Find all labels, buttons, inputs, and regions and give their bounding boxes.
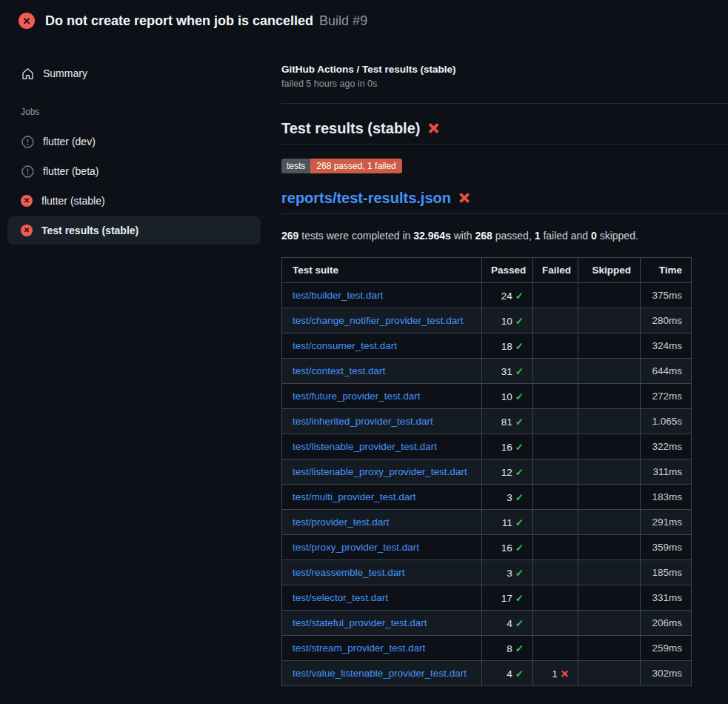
failed-x-icon: ✕ [458, 190, 470, 207]
failed-cell [533, 359, 578, 384]
time-cell: 331ms [641, 585, 692, 611]
main-content: GitHub Actions / Test results (stable) f… [281, 41, 728, 686]
table-row: test/value_listenable_provider_test.dart… [282, 661, 692, 686]
time-cell: 322ms [641, 434, 692, 459]
check-icon: ✓ [515, 542, 524, 554]
time-cell: 311ms [641, 459, 692, 485]
cancelled-icon [21, 165, 34, 178]
failed-cell [533, 384, 578, 409]
failed-cell [533, 434, 578, 459]
skipped-count: 0 [591, 230, 597, 242]
suite-link[interactable]: test/consumer_test.dart [293, 340, 397, 351]
skipped-cell [578, 333, 641, 359]
time-cell: 302ms [641, 661, 692, 686]
table-row: test/stream_provider_test.dart 8✓ 259ms [282, 636, 692, 661]
failed-icon: ✕ [21, 195, 33, 207]
passed-cell: 10✓ [482, 308, 533, 333]
table-row: test/reassemble_test.dart 3✓ 185ms [282, 560, 692, 585]
run-title: Do not create report when job is cancell… [45, 13, 313, 29]
duration: 32.964s [413, 230, 451, 242]
report-file-link[interactable]: reports/test-results.json [281, 190, 451, 207]
passed-cell: 3✓ [482, 560, 533, 585]
jobs-section-label: Jobs [21, 107, 281, 117]
check-breadcrumb: GitHub Actions / Test results (stable) [281, 64, 728, 75]
sidebar: Summary Jobs flutter (dev) flut [0, 41, 281, 246]
col-header-skipped: Skipped [578, 258, 641, 283]
table-row: test/stateful_provider_test.dart 4✓ 206m… [282, 611, 692, 636]
failed-icon: ✕ [21, 225, 33, 236]
suite-link[interactable]: test/context_test.dart [293, 365, 385, 376]
suite-link[interactable]: test/future_provider_test.dart [293, 391, 421, 402]
skipped-cell [578, 611, 641, 636]
failed-cell [533, 409, 578, 434]
passed-count: 268 [475, 230, 492, 242]
passed-cell: 18✓ [482, 333, 533, 359]
table-row: test/listenable_provider_test.dart 16✓ 3… [282, 434, 692, 459]
suite-link[interactable]: test/provider_test.dart [293, 517, 390, 528]
failed-cell [533, 560, 578, 585]
section-title-text: Test results (stable) [281, 120, 420, 137]
suite-link[interactable]: test/multi_provider_test.dart [293, 491, 416, 502]
table-row: test/proxy_provider_test.dart 16✓ 359ms [282, 535, 692, 560]
passed-cell: 24✓ [482, 283, 533, 308]
check-icon: ✓ [515, 517, 524, 528]
failed-cell [533, 283, 578, 308]
suite-link[interactable]: test/builder_test.dart [293, 290, 383, 301]
passed-cell: 8✓ [482, 636, 533, 661]
section-title: Test results (stable) ✕ [281, 120, 728, 145]
col-header-test-suite: Test suite [282, 258, 482, 283]
home-icon [21, 67, 34, 80]
skipped-cell [578, 485, 641, 510]
time-cell: 359ms [641, 535, 692, 560]
check-icon: ✓ [515, 290, 524, 302]
time-cell: 1.065s [641, 409, 692, 434]
passed-cell: 3✓ [482, 485, 533, 510]
run-failed-icon: ✕ [19, 13, 35, 29]
suite-link[interactable]: test/listenable_proxy_provider_test.dart [293, 466, 467, 477]
suite-link[interactable]: test/value_listenable_provider_test.dart [293, 668, 467, 679]
skipped-cell [578, 459, 641, 485]
passed-cell: 81✓ [482, 409, 533, 434]
sidebar-item-label: Summary [43, 67, 87, 79]
sidebar-item-summary[interactable]: Summary [7, 59, 261, 87]
passed-cell: 10✓ [482, 384, 533, 409]
check-icon: ✓ [515, 568, 524, 579]
suite-link[interactable]: test/listenable_provider_test.dart [293, 441, 437, 452]
sidebar-item-flutter-dev[interactable]: flutter (dev) [7, 127, 261, 156]
sidebar-item-label: Test results (stable) [41, 225, 138, 236]
skipped-cell [578, 283, 641, 308]
suite-link[interactable]: test/inherited_provider_test.dart [293, 416, 433, 427]
sidebar-item-test-results-stable[interactable]: ✕ Test results (stable) [7, 216, 261, 245]
skipped-cell [578, 409, 641, 434]
check-icon: ✓ [515, 316, 524, 327]
suite-link[interactable]: test/change_notifier_provider_test.dart [293, 315, 463, 326]
suite-link[interactable]: test/proxy_provider_test.dart [293, 542, 419, 553]
check-status-line: failed 5 hours ago in 0s [281, 79, 728, 89]
divider [281, 103, 728, 104]
table-row: test/provider_test.dart 11✓ 291ms [282, 510, 692, 535]
cancelled-icon [21, 135, 34, 148]
report-title: reports/test-results.json ✕ [281, 190, 728, 214]
suite-link[interactable]: test/stream_provider_test.dart [293, 642, 425, 654]
table-header-row: Test suite Passed Failed Skipped Time [282, 258, 692, 283]
skipped-cell [578, 384, 641, 409]
time-cell: 324ms [641, 333, 692, 359]
failed-cell: 1✕ [533, 661, 578, 686]
time-cell: 185ms [641, 560, 692, 585]
suite-link[interactable]: test/reassemble_test.dart [293, 567, 405, 578]
sidebar-item-flutter-stable[interactable]: ✕ flutter (stable) [7, 187, 261, 215]
check-icon: ✓ [515, 668, 524, 680]
passed-cell: 12✓ [482, 459, 533, 485]
skipped-cell [578, 434, 641, 459]
passed-cell: 16✓ [482, 434, 533, 459]
suite-link[interactable]: test/stateful_provider_test.dart [293, 617, 427, 628]
suite-link[interactable]: test/selector_test.dart [293, 592, 388, 603]
failed-count: 1 [535, 230, 541, 242]
check-icon: ✓ [515, 391, 524, 402]
time-cell: 183ms [641, 485, 692, 510]
passed-cell: 17✓ [482, 585, 533, 611]
tests-status-badge: tests 268 passed, 1 failed [281, 159, 402, 173]
failed-cell [533, 585, 578, 611]
sidebar-item-flutter-beta[interactable]: flutter (beta) [7, 157, 261, 185]
failed-cell [533, 636, 578, 661]
